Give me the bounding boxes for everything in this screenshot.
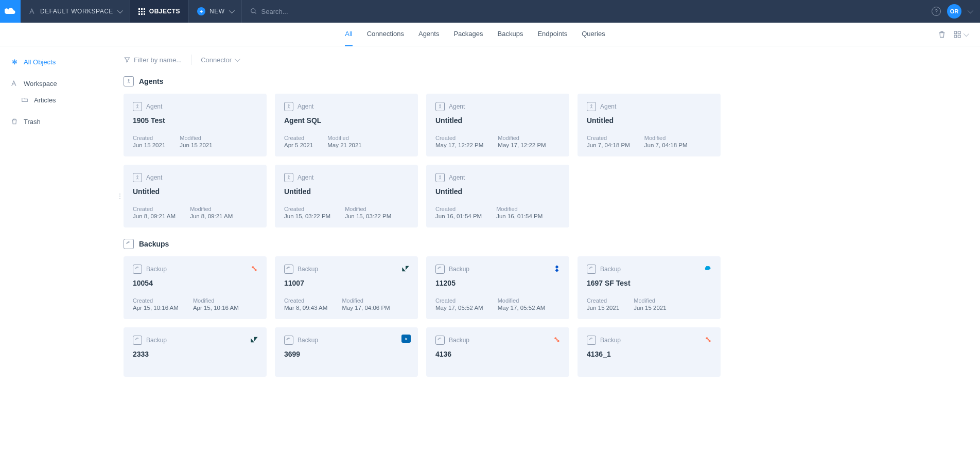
filter-by-name[interactable]: Filter by name... bbox=[124, 56, 182, 64]
sidebar-item-all-objects[interactable]: ✻ All Objects bbox=[6, 55, 117, 69]
created-label: Created bbox=[587, 297, 619, 304]
new-label: NEW bbox=[209, 8, 225, 15]
modified-label: Modified bbox=[327, 135, 362, 141]
modified-label: Modified bbox=[634, 297, 666, 304]
agent-card[interactable]: Agent Untitled Created May 17, 12:22 PM … bbox=[426, 94, 569, 156]
backup-card[interactable]: Backup 11205 Created May 17, 05:52 AM Mo… bbox=[426, 256, 569, 319]
filters: Filter by name... Connector bbox=[124, 50, 968, 72]
card-type: Agent bbox=[133, 102, 257, 111]
svg-point-0 bbox=[251, 9, 255, 13]
created-value: May 17, 12:22 PM bbox=[435, 142, 483, 148]
tab-queries[interactable]: Queries bbox=[582, 23, 605, 46]
created-label: Created bbox=[133, 135, 165, 141]
svg-point-14 bbox=[252, 266, 254, 268]
created-label: Created bbox=[435, 206, 482, 212]
backup-icon bbox=[435, 336, 445, 345]
card-type: Agent bbox=[435, 102, 560, 111]
card-title: Untitled bbox=[133, 187, 257, 196]
tab-endpoints[interactable]: Endpoints bbox=[537, 23, 567, 46]
card-meta: Created Jun 8, 09:21 AM Modified Jun 8, … bbox=[133, 206, 257, 219]
nav-new[interactable]: + NEW bbox=[189, 0, 242, 23]
workspace-dropdown[interactable]: DEFAULT WORKSPACE bbox=[21, 0, 130, 23]
agent-card[interactable]: ⋮ Agent Untitled Created Jun 8, 09:21 AM… bbox=[124, 165, 267, 227]
card-type-label: Backup bbox=[449, 337, 469, 344]
search-input[interactable] bbox=[261, 8, 364, 15]
card-type: Backup bbox=[435, 336, 560, 345]
app-logo[interactable] bbox=[0, 0, 21, 23]
filter-label: Connector bbox=[201, 56, 232, 64]
backup-card[interactable]: Backup 1697 SF Test Created Jun 15 2021 … bbox=[577, 256, 721, 319]
created-value: Jun 7, 04:18 PM bbox=[587, 142, 630, 148]
card-type: Backup bbox=[133, 265, 257, 274]
modified-value: Apr 15, 10:16 AM bbox=[193, 305, 239, 311]
card-meta: Created May 17, 05:52 AM Modified May 17… bbox=[435, 297, 560, 311]
tab-backups[interactable]: Backups bbox=[498, 23, 523, 46]
svg-point-12 bbox=[288, 176, 290, 177]
backup-card[interactable]: Backup 4136 bbox=[426, 327, 569, 377]
modified-value: Jun 15 2021 bbox=[634, 305, 666, 311]
trash-button[interactable] bbox=[938, 30, 946, 39]
card-meta: Created Jun 15 2021 Modified Jun 15 2021 bbox=[587, 297, 711, 311]
card-meta: Created Jun 15 2021 Modified Jun 15 2021 bbox=[133, 135, 257, 148]
filter-connector[interactable]: Connector bbox=[201, 56, 239, 64]
modified-value: May 17, 04:06 PM bbox=[342, 305, 390, 311]
card-type: Backup bbox=[587, 336, 711, 345]
modified-label: Modified bbox=[193, 297, 239, 304]
created-label: Created bbox=[587, 135, 630, 141]
card-type-label: Agent bbox=[449, 174, 465, 181]
backup-icon bbox=[133, 265, 142, 274]
tab-all[interactable]: All bbox=[345, 23, 352, 46]
view-toggle[interactable] bbox=[953, 30, 968, 39]
sidebar-item-label: Trash bbox=[24, 118, 41, 126]
sidebar-item-trash[interactable]: Trash bbox=[6, 114, 117, 129]
help-icon[interactable]: ? bbox=[932, 7, 941, 16]
connector-zendesk-icon bbox=[249, 335, 259, 345]
backup-card[interactable]: > Backup 3699 bbox=[275, 327, 418, 377]
agent-icon bbox=[435, 102, 445, 111]
chevron-down-icon bbox=[964, 30, 969, 36]
backup-card[interactable]: Backup 11007 Created Mar 8, 09:43 AM Mod… bbox=[275, 256, 418, 319]
modified-value: May 17, 12:22 PM bbox=[498, 142, 546, 148]
agent-icon bbox=[587, 102, 596, 111]
chevron-down-icon[interactable] bbox=[968, 8, 973, 13]
agent-card[interactable]: Agent 1905 Test Created Jun 15 2021 Modi… bbox=[124, 94, 267, 156]
connector-hubspot-icon bbox=[249, 264, 259, 274]
card-title: 3699 bbox=[284, 350, 409, 358]
backup-card[interactable]: Backup 4136_1 bbox=[577, 327, 721, 377]
agent-card[interactable]: Agent Agent SQL Created Apr 5 2021 Modif… bbox=[275, 94, 418, 156]
card-title: Untitled bbox=[587, 116, 711, 125]
agent-card[interactable]: Agent Untitled Created Jun 15, 03:22 PM … bbox=[275, 165, 418, 227]
card-title: 2333 bbox=[133, 350, 257, 358]
card-type: Agent bbox=[284, 173, 409, 182]
drag-handle[interactable]: ⋮ bbox=[116, 196, 124, 197]
card-type: Agent bbox=[133, 173, 257, 182]
card-grid: Backup 10054 Created Apr 15, 10:16 AM Mo… bbox=[124, 256, 968, 377]
agent-icon bbox=[133, 173, 142, 182]
svg-rect-5 bbox=[958, 35, 960, 38]
connector-jira-icon bbox=[552, 264, 562, 274]
created-value: Jun 16, 01:54 PM bbox=[435, 213, 482, 219]
sidebar-item-workspace[interactable]: Workspace bbox=[6, 76, 117, 91]
svg-point-21 bbox=[709, 340, 711, 342]
tab-agents[interactable]: Agents bbox=[418, 23, 439, 46]
sidebar-item-articles[interactable]: Articles bbox=[6, 93, 117, 107]
avatar[interactable]: OR bbox=[947, 4, 961, 19]
svg-point-20 bbox=[706, 337, 708, 339]
tab-packages[interactable]: Packages bbox=[453, 23, 483, 46]
nav-objects[interactable]: OBJECTS bbox=[130, 0, 189, 23]
sidebar: ✻ All Objects Workspace Articles bbox=[0, 46, 124, 409]
svg-rect-2 bbox=[954, 31, 957, 34]
svg-point-18 bbox=[557, 340, 559, 342]
card-title: 11007 bbox=[284, 279, 409, 287]
agent-icon bbox=[124, 76, 134, 86]
connector-hubspot-icon bbox=[552, 335, 562, 345]
agent-card[interactable]: Agent Untitled Created Jun 7, 04:18 PM M… bbox=[577, 94, 721, 156]
backup-card[interactable]: Backup 2333 bbox=[124, 327, 267, 377]
created-value: Apr 5 2021 bbox=[284, 142, 313, 148]
backup-card[interactable]: Backup 10054 Created Apr 15, 10:16 AM Mo… bbox=[124, 256, 267, 319]
modified-value: Jun 8, 09:21 AM bbox=[190, 213, 233, 219]
agent-card[interactable]: Agent Untitled Created Jun 16, 01:54 PM … bbox=[426, 165, 569, 227]
card-type: Backup bbox=[435, 265, 560, 274]
tab-connections[interactable]: Connections bbox=[367, 23, 404, 46]
agent-icon bbox=[435, 173, 445, 182]
